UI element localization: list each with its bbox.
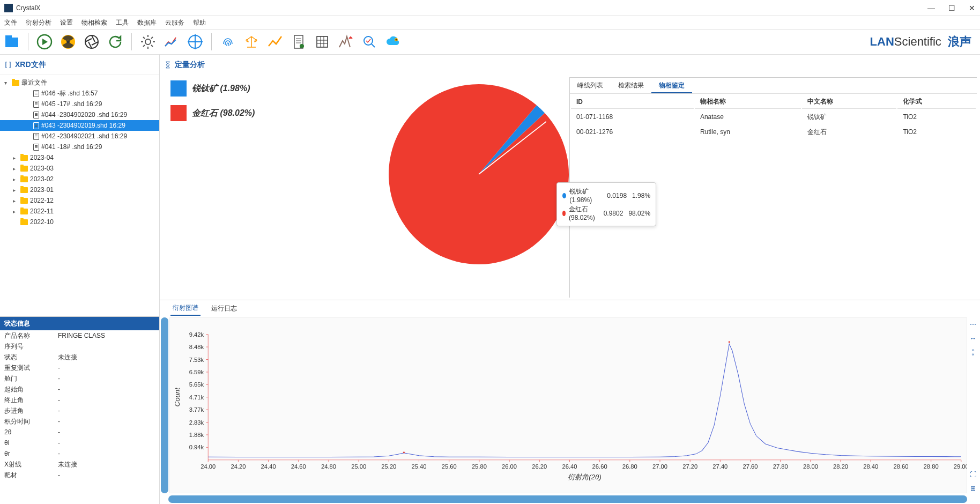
- menu-item[interactable]: 云服务: [165, 18, 184, 27]
- svg-text:25.40: 25.40: [412, 463, 427, 470]
- tree-item[interactable]: #045 -17# .shd 16:29: [0, 99, 159, 109]
- menu-item[interactable]: 衍射分析: [26, 18, 51, 27]
- balance-button[interactable]: [242, 32, 261, 51]
- tree-item[interactable]: ▾最近文件: [0, 77, 159, 88]
- svg-text:26.60: 26.60: [592, 463, 607, 470]
- folder-icon: [20, 187, 28, 193]
- menu-item[interactable]: 工具: [116, 18, 129, 27]
- plot-sidebar: ⋯ ↔ »« ⛶ ⊞: [967, 317, 979, 493]
- maximize-button[interactable]: ☐: [948, 4, 955, 12]
- result-tab[interactable]: 物相鉴定: [651, 78, 692, 93]
- status-key: 积分时间: [4, 417, 58, 426]
- file-icon: [33, 122, 39, 129]
- menu-item[interactable]: 设置: [60, 18, 73, 27]
- result-tab[interactable]: 峰线列表: [570, 78, 611, 93]
- svg-rect-1: [5, 35, 12, 39]
- diffraction-plot[interactable]: 9.42k8.48k7.53k6.59k5.65k4.71k3.77k2.83k…: [169, 317, 967, 493]
- result-tab[interactable]: 检索结果: [611, 78, 651, 93]
- doc-button[interactable]: [289, 32, 308, 51]
- tree-item[interactable]: #046 -标 .shd 16:57: [0, 88, 159, 99]
- status-row: θi-: [0, 438, 159, 448]
- table-row[interactable]: 00-021-1276Rutile, syn金红石TiO2: [571, 125, 976, 139]
- table-row[interactable]: 01-071-1168Anatase锐钛矿TiO2: [571, 110, 976, 124]
- tree-item[interactable]: 2022-10: [0, 217, 159, 227]
- chart-icon: [163, 33, 180, 50]
- search-icon: [361, 33, 378, 50]
- svg-text:29.00: 29.00: [954, 463, 967, 470]
- tree-item[interactable]: ▸2023-03: [0, 163, 159, 174]
- open-button[interactable]: [2, 32, 21, 51]
- tree-item[interactable]: #043 -2304902019.shd 16:29: [0, 120, 159, 131]
- status-row: 重复测试-: [0, 362, 159, 373]
- svg-rect-0: [5, 38, 18, 47]
- peaks-button[interactable]: [336, 32, 355, 51]
- app-title: CrystalX: [16, 4, 927, 12]
- legend-label: 金红石 (98.02%): [192, 108, 255, 119]
- tree-item[interactable]: ▸2023-02: [0, 174, 159, 184]
- grid-button[interactable]: [313, 32, 332, 51]
- play-button[interactable]: [35, 32, 54, 51]
- svg-text:26.00: 26.00: [502, 463, 517, 470]
- fingerprint-button[interactable]: [218, 32, 237, 51]
- table-header: 化学式: [897, 95, 976, 109]
- status-key: 序列号: [4, 342, 58, 351]
- folder-icon: [20, 198, 28, 204]
- status-key: 步进角: [4, 406, 58, 416]
- right-column: 定量分析 锐钛矿 (1.98%)金红石 (98.02%) 锐钛矿 (1.98%)…: [160, 55, 980, 504]
- pie-legend: 锐钛矿 (1.98%)金红石 (98.02%): [170, 80, 255, 130]
- svg-text:7.53k: 7.53k: [189, 357, 204, 363]
- table-header: 物相名称: [695, 95, 801, 109]
- close-button[interactable]: ✕: [968, 4, 976, 12]
- gear-button[interactable]: [138, 32, 158, 51]
- trend-button[interactable]: [265, 32, 285, 51]
- lower-tab[interactable]: 衍射图谱: [170, 301, 201, 316]
- collapse-icon[interactable]: »«: [968, 347, 978, 357]
- tree-item[interactable]: ▸2022-12: [0, 195, 159, 206]
- cloud-button[interactable]: [383, 32, 403, 51]
- chevron-icon: ▸: [13, 198, 18, 204]
- result-tabs: 峰线列表检索结果物相鉴定: [570, 78, 977, 94]
- pie-legend-item: 金红石 (98.02%): [170, 105, 255, 121]
- plot-vertical-scrollbar[interactable]: [161, 317, 168, 493]
- svg-line-21: [372, 44, 375, 47]
- grid-icon: [314, 33, 331, 50]
- balance-icon: [243, 33, 260, 50]
- file-tree[interactable]: ▾最近文件#046 -标 .shd 16:57#045 -17# .shd 16…: [0, 75, 159, 316]
- fullscreen-icon[interactable]: ⛶: [968, 470, 978, 479]
- status-row: 状态未连接: [0, 352, 159, 362]
- status-panel: 状态信息 产品名称FRINGE CLASS序列号状态未连接重复测试-舱门-起始角…: [0, 316, 159, 504]
- tree-item[interactable]: #041 -18# .shd 16:29: [0, 142, 159, 152]
- menu-item[interactable]: 物相检索: [81, 18, 107, 27]
- minimize-button[interactable]: —: [927, 4, 935, 12]
- aperture-button[interactable]: [82, 32, 101, 51]
- target-button[interactable]: [185, 32, 205, 51]
- xrd-files-header: XRD文件: [0, 55, 159, 75]
- table-cell: 00-021-1276: [571, 125, 694, 139]
- pie-legend-item: 锐钛矿 (1.98%): [170, 80, 255, 97]
- tooltip-row: 锐钛矿 (1.98%)0.01981.98%: [562, 187, 650, 204]
- plot-menu-icon[interactable]: ⋯: [968, 320, 978, 329]
- expand-h-icon[interactable]: ↔: [968, 333, 978, 343]
- search-button[interactable]: [360, 32, 379, 51]
- chevron-icon: ▸: [13, 187, 18, 193]
- tree-item[interactable]: #044 -2304902020 .shd 16:29: [0, 109, 159, 120]
- tree-item[interactable]: ▸2022-11: [0, 206, 159, 217]
- chevron-icon: ▸: [13, 209, 18, 214]
- menu-item[interactable]: 文件: [4, 18, 17, 27]
- tree-item-label: 2022-11: [30, 207, 54, 215]
- refresh-button[interactable]: [106, 32, 125, 51]
- menu-item[interactable]: 数据库: [137, 18, 157, 27]
- svg-text:24.20: 24.20: [231, 463, 246, 470]
- tree-item[interactable]: #042 -2304902021 .shd 16:29: [0, 131, 159, 142]
- folder-icon: [20, 176, 28, 182]
- radiation-button[interactable]: [58, 32, 78, 51]
- chevron-icon: ▾: [4, 80, 10, 86]
- tree-item[interactable]: ▸2023-04: [0, 152, 159, 163]
- lower-tab[interactable]: 运行日志: [209, 302, 239, 315]
- chart-button[interactable]: [162, 32, 181, 51]
- plot-horizontal-scrollbar[interactable]: [168, 495, 967, 503]
- table-icon[interactable]: ⊞: [968, 484, 978, 493]
- tree-item[interactable]: ▸2023-01: [0, 184, 159, 195]
- menu-item[interactable]: 帮助: [193, 18, 206, 27]
- pie-chart-zone: 锐钛矿 (1.98%)金红石 (98.02%) 锐钛矿 (1.98%)0.019…: [160, 75, 569, 300]
